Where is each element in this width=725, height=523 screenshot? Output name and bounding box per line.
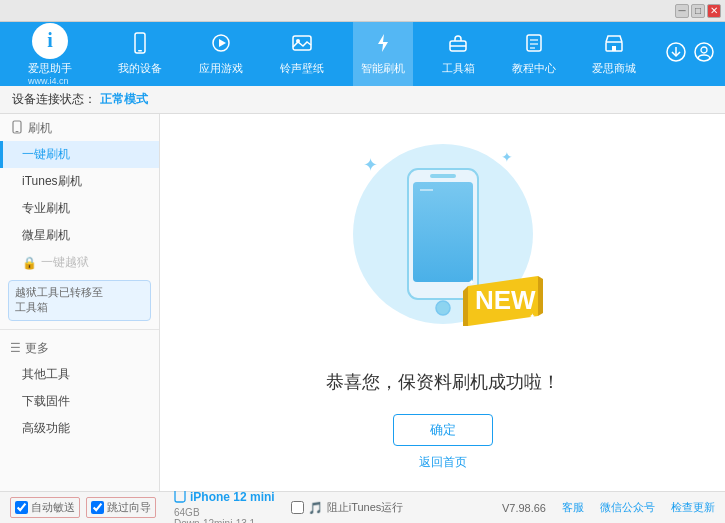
auto-send-label: 自动敏送 <box>31 500 75 515</box>
maximize-button[interactable]: □ <box>691 4 705 18</box>
account-button[interactable] <box>694 42 714 67</box>
smart-flash-icon <box>372 32 394 59</box>
footer-left: 自动敏送 跳过向导 iPhone 12 mini 64GB Down-12min… <box>10 487 502 524</box>
title-bar: ─ □ ✕ <box>0 0 725 22</box>
sidebar-section-flash: 刷机 <box>0 114 159 141</box>
nav-right <box>655 42 725 67</box>
sidebar-item-pro-flash[interactable]: 专业刷机 <box>0 195 159 222</box>
auto-send-checkbox-wrapper[interactable]: 自动敏送 <box>10 497 80 518</box>
svg-text:✦: ✦ <box>529 312 536 321</box>
sidebar-section-more: ☰ 更多 <box>0 334 159 361</box>
apps-icon <box>210 32 232 59</box>
nav-items: 我的设备 应用游戏 铃声壁纸 智能刷机 工具箱 <box>100 22 655 86</box>
more-icon: ☰ <box>10 341 21 355</box>
sidebar-item-itunes[interactable]: iTunes刷机 <box>0 168 159 195</box>
success-illustration: ✦ ✦ <box>343 134 543 354</box>
nav-toolbox[interactable]: 工具箱 <box>434 22 483 86</box>
content-area: ✦ ✦ <box>160 114 725 491</box>
wechat-link[interactable]: 微信公众号 <box>600 500 655 515</box>
my-device-icon <box>129 32 151 59</box>
sidebar-item-jailbreak-disabled: 🔒 一键越狱 <box>0 249 159 276</box>
wallpaper-icon <box>291 32 313 59</box>
sidebar: 刷机 一键刷机 iTunes刷机 专业刷机 微星刷机 🔒 一键越狱 越狱工具已转… <box>0 114 160 491</box>
svg-point-24 <box>436 301 450 315</box>
nav-my-device[interactable]: 我的设备 <box>110 22 170 86</box>
version-label: V7.98.66 <box>502 502 546 514</box>
svg-marker-3 <box>219 39 226 47</box>
confirm-button[interactable]: 确定 <box>393 414 493 446</box>
device-model: Down-12mini-13,1 <box>174 518 255 524</box>
footer: 自动敏送 跳过向导 iPhone 12 mini 64GB Down-12min… <box>0 491 725 523</box>
itunes-checkbox[interactable] <box>291 501 304 514</box>
svg-marker-27 <box>463 286 468 326</box>
svg-rect-23 <box>430 174 456 178</box>
device-name: iPhone 12 mini <box>190 490 275 504</box>
svg-text:NEW: NEW <box>475 285 536 315</box>
logo-area[interactable]: i 爱思助手 www.i4.cn <box>0 23 100 86</box>
svg-rect-13 <box>612 46 616 51</box>
tutorial-icon <box>523 32 545 59</box>
phone-icon <box>10 120 24 137</box>
sidebar-item-advanced[interactable]: 高级功能 <box>0 415 159 442</box>
update-link[interactable]: 检查更新 <box>671 500 715 515</box>
header: i 爱思助手 www.i4.cn 我的设备 应用游戏 铃声壁纸 <box>0 22 725 86</box>
footer-right: V7.98.66 客服 微信公众号 检查更新 <box>502 500 715 515</box>
itunes-label: 阻止iTunes运行 <box>327 500 404 515</box>
sidebar-item-other-tools[interactable]: 其他工具 <box>0 361 159 388</box>
download-button[interactable] <box>666 42 686 67</box>
minimize-button[interactable]: ─ <box>675 4 689 18</box>
status-bar: 设备连接状态： 正常模式 <box>0 86 725 114</box>
sidebar-item-download-fw[interactable]: 下载固件 <box>0 388 159 415</box>
svg-point-17 <box>701 47 707 53</box>
logo-text: 爱思助手 www.i4.cn <box>28 61 72 86</box>
itunes-bar[interactable]: 🎵 阻止iTunes运行 <box>291 500 404 515</box>
toolbox-icon <box>447 32 469 59</box>
store-icon <box>603 32 625 59</box>
nav-wallpaper[interactable]: 铃声壁纸 <box>272 22 332 86</box>
status-prefix: 设备连接状态： <box>12 91 96 108</box>
skip-guide-checkbox-wrapper[interactable]: 跳过向导 <box>86 497 156 518</box>
new-badge: NEW ✦ ✦ <box>463 271 543 334</box>
status-mode: 正常模式 <box>100 91 148 108</box>
sidebar-note: 越狱工具已转移至 工具箱 <box>8 280 151 321</box>
skip-guide-label: 跳过向导 <box>107 500 151 515</box>
nav-store[interactable]: 爱思商城 <box>584 22 644 86</box>
itunes-icon: 🎵 <box>308 501 323 515</box>
sidebar-item-micro-flash[interactable]: 微星刷机 <box>0 222 159 249</box>
svg-rect-19 <box>16 131 19 132</box>
nav-tutorial[interactable]: 教程中心 <box>504 22 564 86</box>
skip-guide-checkbox[interactable] <box>91 501 104 514</box>
svg-rect-22 <box>413 182 473 282</box>
success-text: 恭喜您，保资料刷机成功啦！ <box>326 370 560 394</box>
device-capacity: 64GB <box>174 507 200 518</box>
logo-icon: i <box>32 23 68 59</box>
auto-send-checkbox[interactable] <box>15 501 28 514</box>
sparkle-tl: ✦ <box>363 154 378 176</box>
sidebar-item-one-key[interactable]: 一键刷机 <box>0 141 159 168</box>
sparkle-tr: ✦ <box>501 149 513 165</box>
nav-smart-flash[interactable]: 智能刷机 <box>353 22 413 86</box>
nav-apps[interactable]: 应用游戏 <box>191 22 251 86</box>
close-button[interactable]: ✕ <box>707 4 721 18</box>
svg-marker-28 <box>538 276 543 316</box>
svg-text:✦: ✦ <box>468 278 475 287</box>
back-home-link[interactable]: 返回首页 <box>419 454 467 471</box>
service-link[interactable]: 客服 <box>562 500 584 515</box>
main-area: 刷机 一键刷机 iTunes刷机 专业刷机 微星刷机 🔒 一键越狱 越狱工具已转… <box>0 114 725 491</box>
svg-rect-1 <box>138 50 142 52</box>
device-info: iPhone 12 mini 64GB Down-12mini-13,1 <box>174 487 275 524</box>
sidebar-divider <box>0 329 159 330</box>
